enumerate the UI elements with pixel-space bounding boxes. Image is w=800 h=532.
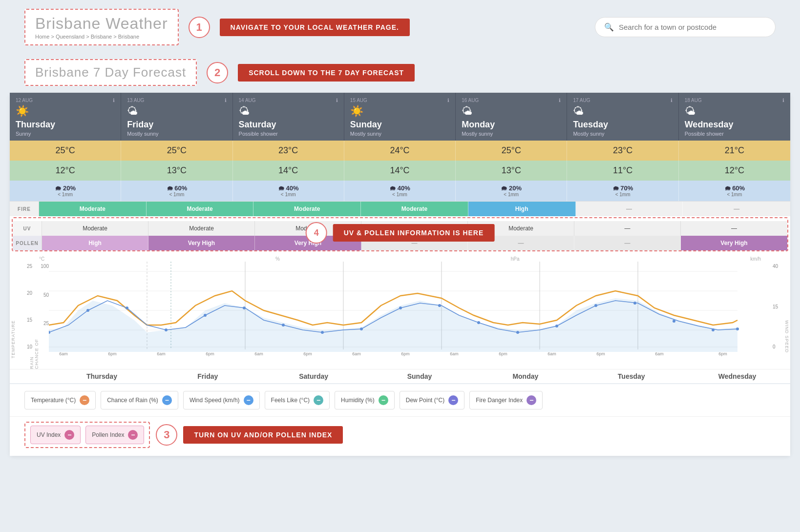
pill-fire-toggle[interactable]: − bbox=[526, 395, 536, 405]
pill-temperature-toggle[interactable]: − bbox=[80, 395, 89, 405]
fire-thu: Moderate bbox=[39, 202, 147, 216]
pollen-wed: Very High bbox=[681, 236, 787, 250]
high-fri: 25°C bbox=[121, 141, 232, 161]
pill-uv-label: UV Index bbox=[37, 431, 61, 438]
header: Brisbane Weather Home > Queensland > Bri… bbox=[0, 0, 800, 54]
info-icon-tue[interactable]: ℹ bbox=[671, 98, 673, 103]
temperature-axis-label: TEMPERATURE bbox=[11, 320, 16, 358]
desc-tue: Mostly sunny bbox=[573, 131, 672, 137]
pill-dew-point[interactable]: Dew Point (°C) − bbox=[400, 391, 464, 409]
search-input[interactable] bbox=[619, 23, 766, 31]
pill-fire-danger[interactable]: Fire Danger Index − bbox=[469, 391, 543, 409]
svg-text:6am: 6am bbox=[59, 351, 68, 356]
svg-point-22 bbox=[438, 304, 441, 307]
rain-sun: 🌧 40%< 1mm bbox=[344, 181, 456, 201]
pill-dew-toggle[interactable]: − bbox=[448, 395, 458, 405]
section-header: Brisbane 7 Day Forecast 2 SCROLL DOWN TO… bbox=[0, 54, 800, 93]
search-box[interactable]: 🔍 bbox=[595, 17, 776, 37]
desc-mon: Mostly sunny bbox=[462, 131, 561, 137]
forecast-title-box: Brisbane 7 Day Forecast bbox=[24, 59, 197, 86]
pill-wind-speed[interactable]: Wind Speed (km/h) − bbox=[183, 391, 260, 409]
step4-badge: 4 bbox=[306, 222, 327, 244]
svg-point-13 bbox=[86, 309, 89, 312]
svg-text:6am: 6am bbox=[157, 351, 166, 356]
icon-mon: 🌤 bbox=[462, 105, 561, 118]
rain-tue: 🌧 70%< 1mm bbox=[567, 181, 678, 201]
date-sat: 14 AUG bbox=[239, 98, 256, 103]
svg-text:6am: 6am bbox=[352, 351, 361, 356]
chart-main: 25201510 1005025 bbox=[10, 262, 790, 359]
chart-axis-top: °C % hPa km/h bbox=[10, 256, 790, 262]
pill-uv-toggle[interactable]: − bbox=[64, 430, 74, 440]
pill-humidity[interactable]: Humidity (%) − bbox=[335, 391, 395, 409]
pill-wind-toggle[interactable]: − bbox=[244, 395, 253, 405]
svg-text:6am: 6am bbox=[655, 351, 664, 356]
pill-chance-rain[interactable]: Chance of Rain (%) − bbox=[101, 391, 178, 409]
fire-wed: — bbox=[683, 202, 790, 216]
high-sun: 24°C bbox=[344, 141, 456, 161]
high-sat: 23°C bbox=[233, 141, 344, 161]
svg-point-21 bbox=[399, 307, 402, 309]
pill-pollen-index[interactable]: Pollen Index − bbox=[85, 426, 144, 444]
svg-point-28 bbox=[673, 320, 675, 323]
fire-sun: Moderate bbox=[361, 202, 468, 216]
controls-bar: Temperature (°C) − Chance of Rain (%) − … bbox=[10, 383, 790, 416]
fire-mon: High bbox=[468, 202, 576, 216]
date-thu: 12 AUG bbox=[16, 98, 33, 103]
uv-wed: — bbox=[681, 221, 787, 236]
pill-uv-index[interactable]: UV Index − bbox=[30, 426, 81, 444]
info-icon-fri[interactable]: ℹ bbox=[225, 98, 227, 103]
name-mon: Monday bbox=[462, 120, 561, 130]
low-temp-row: 12°C 13°C 14°C 14°C 13°C 11°C 12°C bbox=[10, 161, 790, 181]
hpa-label-top: hPa bbox=[511, 256, 520, 262]
pill-chance-rain-label: Chance of Rain (%) bbox=[107, 397, 158, 404]
svg-text:6pm: 6pm bbox=[108, 351, 117, 356]
rain-sat: 🌧 40%< 1mm bbox=[233, 181, 344, 201]
pill-pollen-label: Pollen Index bbox=[92, 431, 124, 438]
day-col-thu: 12 AUGℹ ☀️ Thursday Sunny bbox=[10, 93, 121, 141]
svg-text:6pm: 6pm bbox=[596, 351, 605, 356]
pill-feels-toggle[interactable]: − bbox=[314, 395, 323, 405]
chart-day-labels: Thursday Friday Saturday Sunday Monday T… bbox=[10, 369, 790, 383]
info-icon-mon[interactable]: ℹ bbox=[559, 98, 561, 103]
pill-humidity-toggle[interactable]: − bbox=[379, 395, 388, 405]
svg-text:6pm: 6pm bbox=[303, 351, 312, 356]
info-icon-sun[interactable]: ℹ bbox=[447, 98, 449, 103]
forecast-title: Brisbane 7 Day Forecast bbox=[35, 65, 186, 80]
pill-feels-like[interactable]: Feels Like (°C) − bbox=[265, 391, 330, 409]
pill-dew-label: Dew Point (°C) bbox=[406, 397, 444, 404]
low-thu: 12°C bbox=[10, 161, 121, 181]
svg-point-25 bbox=[555, 325, 558, 327]
desc-sat: Possible shower bbox=[239, 131, 338, 137]
info-icon-thu[interactable]: ℹ bbox=[113, 98, 115, 103]
svg-point-24 bbox=[516, 331, 519, 334]
date-wed: 18 AUG bbox=[685, 98, 702, 103]
pill-chance-rain-toggle[interactable]: − bbox=[162, 395, 172, 405]
info-icon-wed[interactable]: ℹ bbox=[782, 98, 784, 103]
high-temp-row: 25°C 25°C 23°C 24°C 25°C 23°C 21°C bbox=[10, 141, 790, 161]
pill-pollen-toggle[interactable]: − bbox=[128, 430, 138, 440]
chance-label-top: % bbox=[275, 256, 280, 262]
day-col-mon: 16 AUGℹ 🌤 Monday Mostly sunny bbox=[456, 93, 567, 141]
icon-tue: 🌤 bbox=[573, 105, 672, 118]
step4-label: UV & POLLEN INFORMATION IS HERE bbox=[333, 224, 495, 242]
high-thu: 25°C bbox=[10, 141, 121, 161]
icon-sat: 🌤 bbox=[239, 105, 338, 118]
info-icon-sat[interactable]: ℹ bbox=[336, 98, 338, 103]
svg-text:6pm: 6pm bbox=[499, 351, 507, 356]
uv-tue: — bbox=[574, 221, 681, 236]
name-fri: Friday bbox=[127, 120, 226, 130]
desc-thu: Sunny bbox=[16, 131, 115, 137]
step2-label: SCROLL DOWN TO THE 7 DAY FORECAST bbox=[238, 64, 415, 82]
pill-temperature[interactable]: Temperature (°C) − bbox=[24, 391, 96, 409]
svg-text:6pm: 6pm bbox=[718, 351, 727, 356]
svg-point-16 bbox=[204, 314, 207, 317]
svg-text:6am: 6am bbox=[450, 351, 459, 356]
svg-point-15 bbox=[165, 328, 168, 331]
breadcrumb: Home > Queensland > Brisbane > Brisbane bbox=[35, 34, 168, 40]
svg-point-26 bbox=[594, 304, 597, 307]
pollen-tue: — bbox=[574, 236, 681, 250]
page-title: Brisbane Weather bbox=[35, 15, 168, 33]
day-col-sat: 14 AUGℹ 🌤 Saturday Possible shower bbox=[233, 93, 344, 141]
chart-label-wed: Wednesday bbox=[684, 372, 790, 380]
